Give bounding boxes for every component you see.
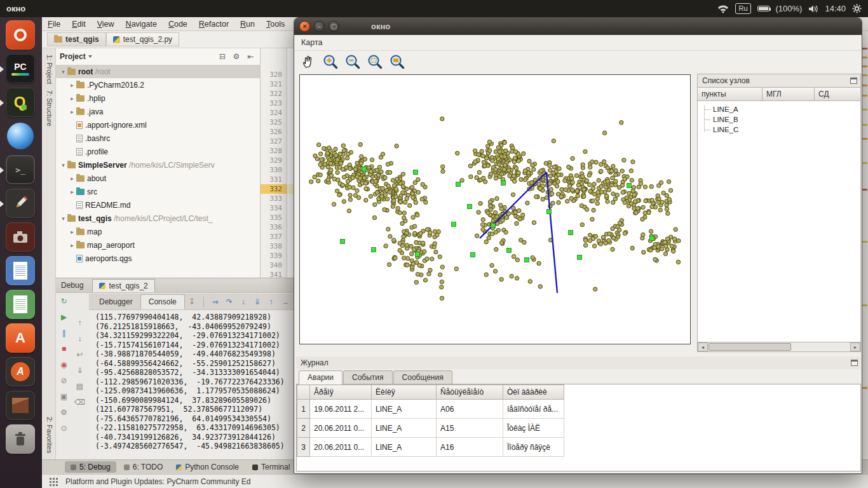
project-tree-item[interactable]: .apport-ignore.xml [56, 118, 260, 132]
launcher-writer[interactable] [6, 256, 36, 287]
project-tree-item[interactable]: ▸about [56, 172, 260, 185]
log-column--[interactable]: Òèï àâàðèè [503, 385, 564, 400]
scroll-left-icon[interactable]: ◂ [698, 342, 708, 351]
map-node-square[interactable] [569, 231, 573, 235]
pan-tool-icon[interactable] [299, 53, 317, 71]
scroll-right-icon[interactable]: ▸ [850, 342, 860, 351]
okno-titlebar[interactable]: × – ▢ окно [294, 18, 862, 35]
resume-icon[interactable]: ▶ [57, 311, 71, 323]
column-header-МГЛ[interactable]: МГЛ [763, 88, 815, 100]
force-step-into-icon[interactable]: ⇓ [250, 295, 264, 308]
project-tree-item[interactable]: ▸.PyCharm2016.2 [56, 78, 260, 92]
error-stripe-mark[interactable] [862, 109, 867, 111]
error-stripe-mark[interactable] [862, 189, 867, 191]
launcher-camera-app[interactable] [6, 222, 36, 253]
scrollbar-thumb[interactable] [709, 343, 791, 351]
map-node-square[interactable] [627, 184, 632, 188]
map-node-square[interactable] [547, 210, 552, 214]
mute-breakpoints-icon[interactable]: ⊘ [57, 374, 71, 387]
error-stripe-mark[interactable] [862, 241, 867, 243]
map-node-square[interactable] [491, 224, 496, 228]
launcher-boxes[interactable] [6, 391, 36, 421]
debug-tab-console[interactable]: Console [140, 294, 185, 309]
launcher-text-editor[interactable] [6, 189, 36, 219]
launcher-software-center[interactable]: A [6, 323, 36, 354]
menu-item-code[interactable]: Code [163, 20, 193, 29]
chevron-right-icon[interactable]: ▸ [69, 109, 76, 115]
project-tree-item[interactable]: .profile [56, 145, 260, 158]
map-node-square[interactable] [507, 248, 512, 253]
show-execution-point-icon[interactable]: ⇒ [208, 295, 222, 308]
map-node-square[interactable] [414, 170, 418, 175]
error-stripe-mark[interactable] [862, 387, 867, 389]
error-stripe-mark[interactable] [862, 74, 867, 76]
error-stripe-mark[interactable] [862, 304, 867, 306]
project-tree-item[interactable]: ▸map [56, 225, 260, 238]
wifi-icon[interactable] [717, 4, 729, 13]
menu-item-tools[interactable]: Tools [261, 20, 290, 29]
volume-icon[interactable] [808, 4, 818, 13]
error-stripe-mark[interactable] [862, 65, 867, 67]
menu-item-run[interactable]: Run [234, 20, 261, 29]
tool-stripe-structure[interactable]: 7: Structure [44, 90, 53, 126]
stack-up-icon[interactable]: ↑ [73, 316, 87, 329]
error-stripe-mark[interactable] [862, 48, 867, 50]
map-node-square[interactable] [416, 252, 420, 257]
map-node-square[interactable] [341, 240, 345, 244]
chevron-down-icon[interactable]: ▾ [60, 162, 67, 168]
chevron-down-icon[interactable]: ▾ [60, 215, 67, 222]
float-panel-icon[interactable] [851, 360, 858, 366]
map-node-square[interactable] [452, 222, 456, 227]
chevron-right-icon[interactable]: ▸ [69, 95, 76, 102]
menu-item-navigate[interactable]: Navigate [120, 20, 163, 29]
pin-icon[interactable]: ⊙ [57, 422, 71, 435]
tool-stripe-project[interactable]: 1: Project [44, 55, 53, 84]
run-to-cursor-icon[interactable]: → [278, 295, 292, 308]
scrollbar-track[interactable] [708, 342, 850, 351]
launcher-pycharm[interactable]: PC [6, 54, 36, 85]
nodes-hscrollbar[interactable]: ◂ ▸ [698, 342, 860, 351]
toolwindow-toggle-icon[interactable] [50, 478, 51, 480]
log-column--[interactable]: Ñåòüýëåìåíò [437, 385, 503, 400]
clock[interactable]: 14:40 [825, 4, 846, 13]
map-node-square[interactable] [362, 167, 367, 172]
log-column-rownum[interactable] [297, 385, 310, 400]
chevron-down-icon[interactable]: ▾ [60, 69, 67, 75]
launcher-trash[interactable] [6, 424, 36, 455]
minimize-button[interactable]: – [314, 21, 325, 32]
toolwindow-tab-6-todo[interactable]: 6: TODO [118, 461, 169, 473]
menu-item-edit[interactable]: Edit [66, 20, 92, 29]
zoom-in-icon[interactable] [322, 53, 339, 71]
log-tab-аварии[interactable]: Аварии [299, 370, 342, 384]
battery-icon[interactable] [757, 6, 770, 11]
project-tree-item[interactable]: ▸.java [56, 105, 260, 118]
stack-down-icon[interactable]: ↓ [73, 332, 87, 345]
thread-dump-icon[interactable]: ▣ [57, 390, 71, 403]
node-item-line_b[interactable]: LINE_B [702, 114, 860, 125]
project-tree-item[interactable]: aeroports.qgs [56, 252, 260, 265]
error-stripe-mark[interactable] [862, 124, 867, 126]
log-row[interactable]: 220.06.2011 0...LINE_AA15Îòêàç ÌÀË [297, 419, 564, 438]
map-node-square[interactable] [468, 205, 472, 209]
map-node-square[interactable] [456, 182, 461, 187]
session-gear-icon[interactable] [852, 4, 862, 13]
project-tree-item[interactable]: ▾SimpleServer /home/kis/LC/SimpleServ [56, 158, 260, 172]
close-button[interactable]: × [299, 21, 310, 32]
menu-item-file[interactable]: File [42, 20, 66, 29]
panel-settings-gear-icon[interactable]: ⚙ [231, 51, 242, 62]
project-tree-item[interactable]: ▸src [56, 185, 260, 198]
error-stripe-mark[interactable] [862, 95, 867, 97]
zoom-selection-icon[interactable] [366, 53, 384, 71]
map-node-square[interactable] [372, 248, 376, 252]
chevron-right-icon[interactable]: ▸ [69, 229, 76, 235]
collapse-all-icon[interactable]: ⊟ [217, 51, 228, 62]
project-tree-item[interactable]: ▾root /root [56, 65, 260, 78]
debug-session-tab[interactable]: test_qgis_2 [92, 279, 154, 292]
project-tree-item[interactable]: ▸.hplip [56, 92, 260, 105]
breadcrumb-test_qgis_2-py[interactable]: test_qgis_2.py [106, 32, 179, 46]
launcher-software-updater[interactable]: A [6, 357, 36, 388]
pause-icon[interactable]: ∥ [57, 327, 71, 339]
keyboard-layout-indicator[interactable]: Ru [735, 3, 750, 14]
step-into-icon[interactable]: ↓ [236, 295, 250, 308]
log-column--[interactable]: Ëèíèÿ [372, 385, 437, 400]
